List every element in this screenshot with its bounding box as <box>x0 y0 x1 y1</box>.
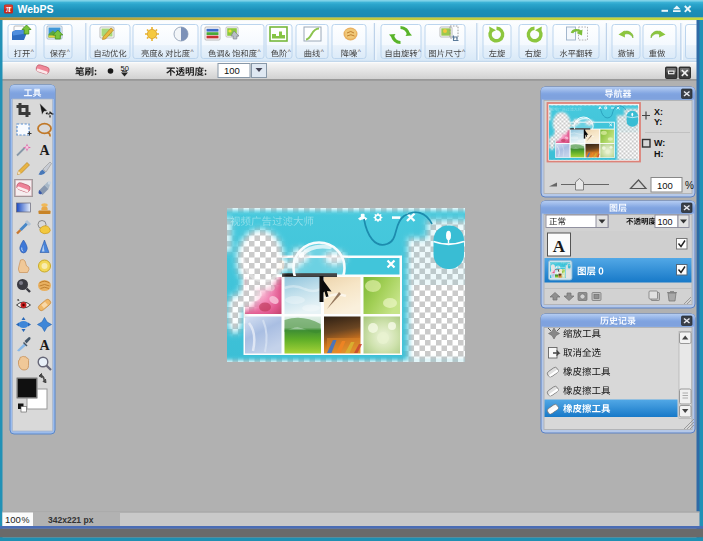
svg-text:Y:: Y: <box>654 117 662 127</box>
svg-text:W:: W: <box>654 138 665 148</box>
svg-text:100: 100 <box>657 180 673 191</box>
svg-text:100: 100 <box>5 514 21 525</box>
svg-text:%: % <box>22 515 30 525</box>
svg-text:H:: H: <box>654 149 664 159</box>
svg-text:A: A <box>39 143 50 158</box>
svg-text:π: π <box>6 4 12 14</box>
svg-text:342x221 px: 342x221 px <box>48 515 94 525</box>
svg-text:A: A <box>553 237 566 256</box>
svg-text:A: A <box>39 338 50 353</box>
svg-text:WebPS: WebPS <box>18 3 54 15</box>
svg-text:X:: X: <box>654 107 663 117</box>
svg-text:100: 100 <box>224 65 240 76</box>
svg-text:%: % <box>685 180 694 191</box>
svg-text:100: 100 <box>658 217 673 227</box>
